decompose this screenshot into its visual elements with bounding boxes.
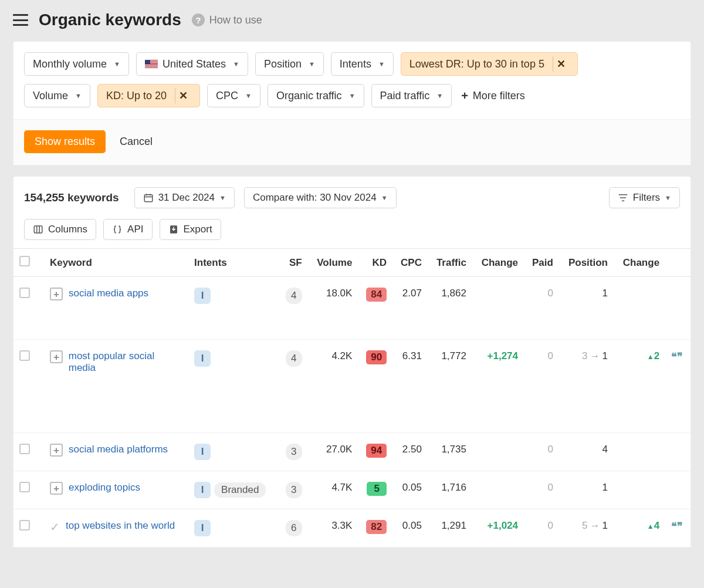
intent-badge: I [194,350,211,367]
cell-position: 5→1 [559,509,614,548]
keyword-link[interactable]: social media apps [69,288,148,299]
filter-volume[interactable]: Volume ▼ [24,84,90,107]
quote-icon[interactable]: ❝❞ [671,351,683,363]
cell-volume: 4.7K [308,471,358,509]
filters-button[interactable]: Filters ▼ [609,187,680,208]
hamburger-icon[interactable] [13,14,28,26]
cell-paid: 0 [524,433,559,471]
compare-label: Compare with: 30 Nov 2024 [253,192,377,204]
filter-position[interactable]: Position ▼ [255,52,324,76]
api-label: API [127,224,143,235]
col-intents[interactable]: Intents [188,249,277,277]
cell-traffic: 1,772 [428,340,472,433]
col-change2[interactable]: Change [614,249,665,277]
results-table: Keyword Intents SF Volume KD CPC Traffic… [13,248,691,548]
intent-badge: I [194,444,211,460]
add-keyword-button[interactable]: + [50,350,63,363]
cancel-button[interactable]: Cancel [120,136,153,148]
cell-position: 1 [559,471,614,509]
table-row: +exploding topicsIBranded34.7K50.051,716… [13,471,691,509]
filter-organic-traffic[interactable]: Organic traffic ▼ [268,84,364,107]
add-keyword-button[interactable]: + [50,288,63,300]
col-paid[interactable]: Paid [524,249,559,277]
cell-paid: 0 [524,340,559,433]
select-all-checkbox[interactable] [19,256,30,266]
topbar: Organic keywords ? How to use [0,0,704,40]
col-sf[interactable]: SF [277,249,307,277]
keyword-link[interactable]: top websites in the world [66,520,175,532]
row-checkbox[interactable] [19,288,30,298]
col-position[interactable]: Position [559,249,614,277]
how-to-use-label: How to use [209,14,262,26]
filter-kd[interactable]: KD: Up to 20 ✕ [97,84,200,107]
col-volume[interactable]: Volume [308,249,358,277]
col-cpc[interactable]: CPC [392,249,428,277]
more-filters-label: More filters [473,90,525,102]
row-checkbox[interactable] [19,520,30,530]
columns-label: Columns [48,224,87,235]
more-filters-button[interactable]: + More filters [459,84,527,107]
cell-kd: 82 [358,509,392,548]
close-icon[interactable]: ✕ [175,88,191,103]
add-keyword-button[interactable]: + [50,482,63,495]
cell-paid: 0 [524,277,559,340]
cell-change2: ▲4 [614,509,665,548]
col-kd[interactable]: KD [358,249,392,277]
table-row: +social media platformsI327.0K942.501,73… [13,433,691,471]
chevron-down-icon: ▼ [114,60,120,67]
keyword-link[interactable]: most popular social media [69,350,182,374]
export-button[interactable]: Export [160,219,221,240]
cell-change: +1,274 [472,340,524,433]
filter-label: Intents [340,58,371,70]
intent-badge: I [194,520,211,536]
cell-change [472,433,524,471]
columns-button[interactable]: Columns [24,219,96,240]
keyword-link[interactable]: social media platforms [69,444,168,455]
help-icon: ? [192,13,205,26]
date-picker[interactable]: 31 Dec 2024 ▼ [134,187,235,208]
filter-cpc[interactable]: CPC ▼ [207,84,260,107]
filter-label: KD: Up to 20 [106,90,167,102]
intent-badge: I [194,482,211,498]
chevron-down-icon: ▼ [75,92,82,99]
filter-label: Organic traffic [276,90,342,102]
check-icon[interactable]: ✓ [50,520,60,534]
quote-icon[interactable]: ❝❞ [671,521,683,532]
filter-intents[interactable]: Intents ▼ [331,52,394,76]
filter-area: Monthly volume ▼ United States ▼ Positio… [13,42,691,120]
row-checkbox[interactable] [19,444,30,454]
show-results-button[interactable]: Show results [24,130,106,153]
cell-extra: ❝❞ [665,509,691,548]
cell-kd: 94 [358,433,392,471]
add-keyword-button[interactable]: + [50,444,63,457]
compare-picker[interactable]: Compare with: 30 Nov 2024 ▼ [244,187,397,208]
cell-position: 4 [559,433,614,471]
sf-pill: 3 [286,444,302,460]
filter-lowest-dr[interactable]: Lowest DR: Up to 30 in top 5 ✕ [401,52,578,76]
page-title: Organic keywords [39,11,181,29]
how-to-use-link[interactable]: ? How to use [192,13,262,26]
close-icon[interactable]: ✕ [553,56,569,72]
col-keyword[interactable]: Keyword [44,249,188,277]
filter-monthly-volume[interactable]: Monthly volume ▼ [24,52,129,76]
cell-extra [665,471,691,509]
col-traffic[interactable]: Traffic [428,249,472,277]
row-checkbox[interactable] [19,350,30,361]
columns-icon [33,224,43,235]
chevron-down-icon: ▼ [233,60,239,67]
filter-label: CPC [216,90,238,102]
kd-badge: 94 [366,444,387,458]
row-checkbox[interactable] [19,482,30,492]
api-button[interactable]: API [103,219,152,240]
cell-paid: 0 [524,509,559,548]
filter-label: Volume [33,90,68,102]
chevron-down-icon: ▼ [378,60,385,67]
table-row: +social media appsI418.0K842.071,86201 [13,277,691,340]
col-change[interactable]: Change [472,249,524,277]
cell-sf: 4 [277,277,307,340]
cell-sf: 3 [277,433,307,471]
keyword-link[interactable]: exploding topics [69,482,140,494]
cell-change2: ▲2 [614,340,665,433]
filter-country[interactable]: United States ▼ [136,52,248,76]
filter-paid-traffic[interactable]: Paid traffic ▼ [371,84,452,107]
